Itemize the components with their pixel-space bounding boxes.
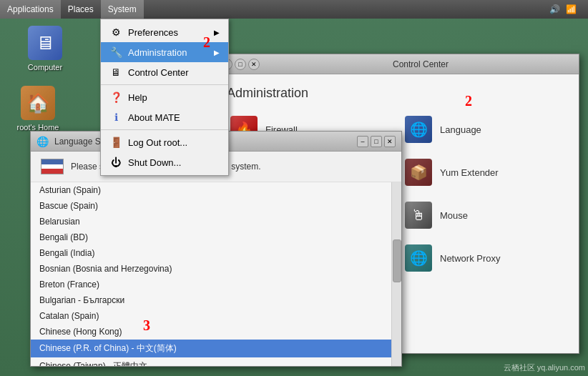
cc-item-mouse[interactable]: 🖱 Mouse xyxy=(401,198,567,232)
ld-maximize-btn[interactable]: □ xyxy=(371,136,382,147)
shutdown-icon: ⏻ xyxy=(109,156,122,169)
control-center-titlebar: – □ ✕ Control Center xyxy=(215,54,579,74)
menu-item-logout[interactable]: 🚪 Log Out root... xyxy=(101,132,228,152)
preferences-label: Preferences xyxy=(128,27,178,38)
lang-list-item[interactable]: Catalan (Spain) xyxy=(31,308,391,324)
lang-list-item[interactable]: Bascue (Spain) xyxy=(31,198,391,214)
help-label: Help xyxy=(128,92,147,103)
shutdown-label: Shut Down... xyxy=(128,157,181,168)
menu-item-help[interactable]: ❓ Help xyxy=(101,87,228,107)
lang-list-item[interactable]: Chinese (P.R. of China) - 中文(简体) xyxy=(31,340,391,357)
watermark: 云栖社区 yq.aliyun.com xyxy=(504,362,585,373)
preferences-arrow: ▶ xyxy=(214,29,220,36)
administration-label: Administration xyxy=(128,47,187,58)
lang-list[interactable]: Asturian (Spain)Bascue (Spain)Belarusian… xyxy=(31,182,391,366)
lang-list-item[interactable]: Bengali (India) xyxy=(31,245,391,261)
taskbar-places[interactable]: Places xyxy=(61,0,101,19)
network-icon: 🌐 xyxy=(404,244,433,272)
lang-scrollbar-thumb[interactable] xyxy=(393,239,401,282)
lang-list-item[interactable]: Chinese (Taiwan) - 正體中文 xyxy=(31,357,391,366)
cc-section-title: Administration xyxy=(227,86,567,101)
administration-icon: 🔧 xyxy=(109,46,122,59)
system-menu: ⚙ Preferences ▶ 🔧 Administration ▶ 🖥 Con… xyxy=(100,19,229,176)
menu-item-control-center[interactable]: 🖥 Control Center xyxy=(101,62,228,82)
cc-item-yum[interactable]: 📦 Yum Extender xyxy=(401,155,567,189)
cc-item-network[interactable]: 🌐 Network Proxy xyxy=(401,241,567,275)
lang-flag xyxy=(41,159,64,174)
yum-label: Yum Extender xyxy=(440,167,499,178)
taskbar-applications[interactable]: Applications xyxy=(0,0,61,19)
control-center-icon: 🖥 xyxy=(109,66,122,79)
computer-icon-label: Computer xyxy=(28,63,62,71)
logout-icon: 🚪 xyxy=(109,136,122,149)
lang-scrollbar[interactable] xyxy=(391,182,401,366)
administration-arrow: ▶ xyxy=(214,49,220,56)
desktop: Applications Places System 🔊 📶 🖥 Compute… xyxy=(0,0,588,376)
network-label: Network Proxy xyxy=(440,253,501,264)
taskbar: Applications Places System 🔊 📶 xyxy=(0,0,588,19)
yum-icon: 📦 xyxy=(404,158,433,187)
preferences-icon: ⚙ xyxy=(109,26,122,39)
cc-close-btn[interactable]: ✕ xyxy=(248,59,260,70)
ld-close-btn[interactable]: ✕ xyxy=(384,136,396,147)
language-icon: 🌐 xyxy=(404,115,433,144)
about-icon: ℹ xyxy=(109,111,122,124)
lang-list-container: Asturian (Spain)Bascue (Spain)Belarusian… xyxy=(31,182,401,366)
control-center-title: Control Center xyxy=(268,59,573,69)
desktop-icon-computer[interactable]: 🖥 Computer xyxy=(20,26,70,71)
control-center-label: Control Center xyxy=(128,67,189,78)
mouse-icon: 🖱 xyxy=(404,201,433,229)
ld-minimize-btn[interactable]: – xyxy=(357,136,368,147)
language-label: Language xyxy=(440,124,481,135)
taskbar-system[interactable]: System xyxy=(101,0,144,19)
lang-list-item[interactable]: Breton (France) xyxy=(31,277,391,292)
lang-list-item[interactable]: Bosnian (Bosnia and Herzegovina) xyxy=(31,261,391,277)
lang-list-item[interactable]: Belarusian xyxy=(31,214,391,229)
menu-item-preferences[interactable]: ⚙ Preferences ▶ xyxy=(101,22,228,42)
desktop-icon-home[interactable]: 🏠 root's Home xyxy=(13,86,63,132)
lang-list-item[interactable]: Bengali (BD) xyxy=(31,229,391,245)
lang-list-item[interactable]: Chinese (Hong Kong) xyxy=(31,324,391,340)
about-label: About MATE xyxy=(128,112,180,123)
cc-item-language[interactable]: 🌐 Language xyxy=(401,112,567,147)
menu-sep-2 xyxy=(101,129,228,130)
lang-dialog-flag-icon: 🌐 xyxy=(36,136,49,147)
lang-list-item[interactable]: Asturian (Spain) xyxy=(31,182,391,198)
menu-item-administration[interactable]: 🔧 Administration ▶ xyxy=(101,42,228,62)
mouse-label: Mouse xyxy=(440,210,468,221)
network-status-icon: 📶 xyxy=(566,4,577,14)
taskbar-right: 🔊 📶 xyxy=(549,4,588,14)
menu-item-shutdown[interactable]: ⏻ Shut Down... xyxy=(101,152,228,172)
logout-label: Log Out root... xyxy=(128,137,187,148)
menu-sep-1 xyxy=(101,84,228,85)
lang-list-item[interactable]: Bulgarian - Български xyxy=(31,292,391,308)
volume-icon: 🔊 xyxy=(549,4,560,14)
menu-item-about-mate[interactable]: ℹ About MATE xyxy=(101,107,228,127)
cc-maximize-btn[interactable]: □ xyxy=(235,59,246,70)
help-icon: ❓ xyxy=(109,91,122,104)
